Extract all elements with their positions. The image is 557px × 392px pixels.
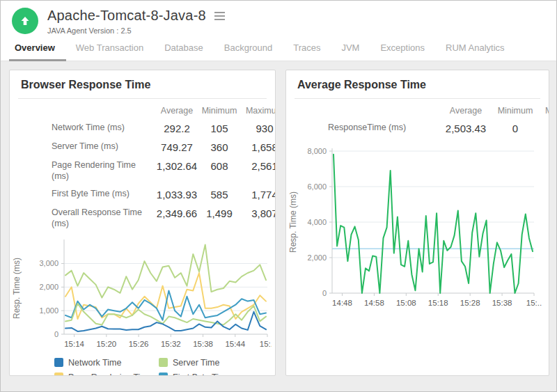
svg-text:15:..: 15:..: [526, 299, 542, 307]
svg-text:15:26: 15:26: [129, 340, 149, 348]
tab-overview[interactable]: Overview: [13, 42, 56, 61]
metric-label: Server Time (ms): [52, 141, 155, 152]
svg-text:15:38: 15:38: [492, 299, 512, 307]
metric-label: Page Rendering Time (ms): [52, 160, 155, 182]
table-row: Overall Response Time (ms)2,349.661,4993…: [10, 207, 275, 229]
tab-web-transaction[interactable]: Web Transaction: [74, 42, 145, 61]
series-page-rendering-time: [65, 273, 266, 319]
column-header-minimum: Minimum: [199, 106, 240, 116]
tab-background[interactable]: Background: [223, 42, 274, 61]
column-header-average: Average: [439, 106, 492, 116]
metric-minimum: 608: [199, 160, 240, 172]
content-area: Browser Response Time AverageMinimumMaxi…: [1, 61, 556, 391]
column-header-average: Average: [155, 106, 199, 116]
tab-traces[interactable]: Traces: [292, 42, 322, 61]
svg-text:1,000: 1,000: [39, 306, 58, 315]
series-overall-response-time: [65, 244, 266, 297]
metric-average: 1,033.93: [155, 189, 199, 201]
table-row: Server Time (ms)749.273601,658: [10, 141, 275, 153]
app-window: Apache-Tomcat-8-Java-8 JAVA Agent Versio…: [0, 0, 557, 392]
svg-text:14:58: 14:58: [364, 299, 384, 307]
app-header: Apache-Tomcat-8-Java-8 JAVA Agent Versio…: [1, 1, 556, 38]
table-row: ResponseTime (ms)2,503.4307,815: [286, 123, 549, 134]
average-response-time-panel: Average Response Time AverageMinimumMaxi…: [285, 70, 549, 376]
svg-text:8,000: 8,000: [307, 147, 327, 155]
svg-text:2,000: 2,000: [307, 253, 327, 262]
metric-maximum: 1,658: [240, 141, 276, 153]
legend-label: Page Rendering Time: [68, 373, 152, 377]
legend-label: First Byte Time: [173, 373, 230, 377]
table-row: First Byte Time (ms)1,033.935851,774: [10, 189, 275, 201]
tab-jvm[interactable]: JVM: [340, 42, 361, 61]
table-row: Network Time (ms)292.2105930: [10, 123, 275, 134]
column-header-maximum: Maximum: [538, 106, 549, 116]
agent-version-label: JAVA Agent Version : 2.5: [47, 26, 226, 35]
browser-response-chart: 01,0002,0003,00015:1415:2015:2615:3215:3…: [10, 235, 275, 356]
legend-label: Server Time: [173, 358, 219, 368]
tab-database[interactable]: Database: [163, 42, 205, 61]
divider: [18, 98, 267, 99]
column-header-maximum: Maximum: [240, 106, 276, 116]
divider: [295, 98, 540, 99]
svg-text:15:08: 15:08: [396, 299, 416, 307]
svg-text:14:48: 14:48: [332, 299, 352, 307]
tab-rum-analytics[interactable]: RUM Analytics: [444, 42, 506, 61]
metric-minimum: 105: [199, 123, 240, 134]
legend-item-page-rendering-time[interactable]: Page Rendering Time: [54, 373, 159, 377]
svg-text:15:38: 15:38: [193, 340, 213, 348]
svg-text:15:44: 15:44: [225, 340, 245, 348]
legend-swatch: [54, 358, 63, 367]
metric-average: 1,302.64: [155, 160, 199, 172]
svg-text:2,000: 2,000: [39, 283, 58, 291]
svg-text:6,000: 6,000: [307, 182, 327, 191]
series-responsetime: [334, 155, 533, 293]
svg-text:15:20: 15:20: [96, 340, 116, 348]
legend-item-network-time[interactable]: Network Time: [54, 358, 159, 368]
page-title: Apache-Tomcat-8-Java-8: [47, 8, 206, 24]
legend-item-server-time[interactable]: Server Time: [159, 358, 270, 368]
hamburger-menu-icon[interactable]: [213, 10, 226, 22]
metric-label: Network Time (ms): [52, 123, 155, 134]
metric-minimum: 360: [199, 141, 240, 153]
chart-legend: Network TimeServer TimePage Rendering Ti…: [54, 358, 275, 377]
legend-swatch: [159, 373, 168, 376]
svg-text:Resp. Time (ms): Resp. Time (ms): [12, 257, 22, 318]
status-up-icon: [12, 8, 38, 34]
average-response-table: AverageMinimumMaximumResponseTime (ms)2,…: [286, 106, 549, 134]
metric-label: ResponseTime (ms): [328, 123, 439, 134]
average-response-chart: 02,0004,0006,0008,00014:4814:5815:0815:1…: [286, 141, 549, 320]
metric-minimum: 0: [492, 123, 538, 134]
svg-text:Resp. Time (ms): Resp. Time (ms): [288, 191, 298, 253]
browser-response-table: AverageMinimumMaximumNetwork Time (ms)29…: [10, 106, 275, 230]
metric-average: 292.2: [155, 123, 199, 134]
metric-label: Overall Response Time (ms): [52, 207, 155, 229]
metric-label: First Byte Time (ms): [52, 189, 155, 200]
table-row: Page Rendering Time (ms)1,302.646082,561: [10, 160, 275, 182]
legend-item-first-byte-time[interactable]: First Byte Time: [159, 373, 270, 377]
panel-title: Average Response Time: [286, 70, 549, 98]
table-header-row: AverageMinimumMaximum: [10, 106, 275, 116]
line-chart: 01,0002,0003,00015:1415:2015:2615:3215:3…: [10, 235, 272, 354]
svg-text:15:..: 15:..: [260, 340, 272, 348]
metric-maximum: 2,561: [240, 160, 276, 172]
svg-text:15:14: 15:14: [64, 340, 84, 348]
svg-text:15:32: 15:32: [161, 340, 181, 348]
svg-text:4,000: 4,000: [307, 218, 327, 226]
metric-average: 2,503.43: [439, 123, 492, 134]
metric-maximum: 7,815: [538, 123, 549, 134]
svg-text:0: 0: [322, 289, 327, 297]
metric-average: 2,349.66: [155, 207, 199, 219]
svg-text:15:18: 15:18: [428, 299, 448, 307]
metric-maximum: 3,807: [240, 207, 276, 219]
metric-maximum: 1,774: [240, 189, 276, 201]
legend-swatch: [159, 358, 168, 367]
panel-title: Browser Response Time: [10, 70, 275, 98]
tab-bar: OverviewWeb TransactionDatabaseBackgroun…: [1, 38, 556, 61]
metric-maximum: 930: [240, 123, 276, 134]
svg-text:3,000: 3,000: [39, 259, 58, 267]
tab-exceptions[interactable]: Exceptions: [379, 42, 426, 61]
legend-swatch: [54, 373, 63, 376]
metric-minimum: 1,499: [199, 207, 240, 219]
svg-text:0: 0: [54, 330, 58, 338]
line-chart: 02,0004,0006,0008,00014:4814:5815:0815:1…: [286, 141, 547, 317]
